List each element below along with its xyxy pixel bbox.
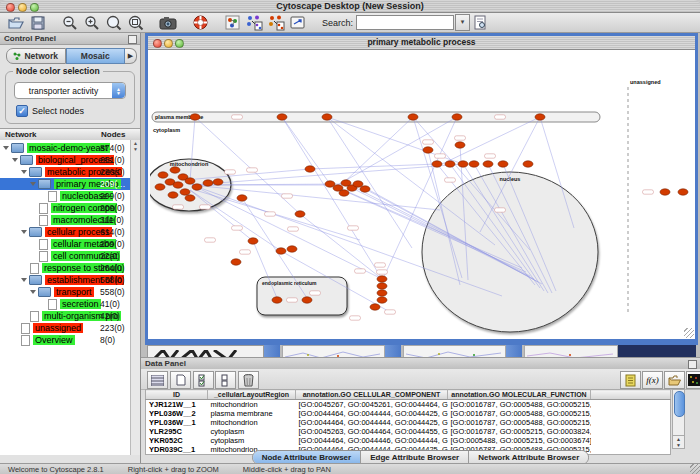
new-attribute-icon[interactable]	[170, 371, 191, 389]
tree-row[interactable]: macromolecule311(0)	[0, 214, 132, 226]
attribute-table-icon[interactable]	[147, 371, 168, 389]
tree-row[interactable]: multi-organism pro42(0)	[0, 310, 132, 322]
table-cell[interactable]	[591, 400, 671, 410]
matrix-view-icon[interactable]	[686, 371, 700, 389]
table-cell[interactable]: mitochondrion	[208, 418, 296, 427]
attribute-table-header-row[interactable]: ID_cellularLayoutRegionannotation.GO CEL…	[146, 390, 671, 400]
background-window-edge[interactable]	[506, 345, 522, 357]
scrollbar-thumb[interactable]	[674, 391, 685, 417]
network-node[interactable]	[168, 192, 178, 198]
snapshot-camera-icon[interactable]	[158, 14, 178, 31]
table-cell[interactable]: mitochondrion	[208, 400, 296, 410]
table-cell[interactable]: YPL036W__2	[146, 409, 208, 418]
node-color-dropdown[interactable]: transporter activity ▲▼	[14, 82, 126, 99]
table-cell[interactable]: YLR295C	[146, 427, 208, 436]
network-node[interactable]	[452, 114, 462, 120]
network-node[interactable]	[360, 186, 370, 192]
column-header[interactable]: annotation.GO MOLECULAR_FUNCTION	[448, 390, 591, 400]
network-node[interactable]	[408, 114, 418, 120]
network-node[interactable]	[432, 161, 442, 167]
network-node[interactable]	[305, 166, 315, 172]
network-node[interactable]	[287, 246, 297, 252]
column-header[interactable]: annotation.GO CELLULAR_COMPONENT	[296, 390, 448, 400]
tree-expand-arrow[interactable]	[30, 290, 36, 294]
tree-expand-arrow[interactable]	[21, 170, 27, 174]
table-vertical-scrollbar[interactable]: ▲▼	[672, 389, 685, 449]
network-node[interactable]	[302, 297, 312, 303]
table-cell[interactable]	[591, 427, 671, 436]
app-titlebar[interactable]: Cytoscape Desktop (New Session)	[0, 0, 700, 13]
unselect-attributes-icon[interactable]	[215, 371, 236, 389]
table-cell[interactable]: [GO:0044464, GO:0044444, GO:0044425, G…	[296, 409, 448, 418]
network-node[interactable]	[535, 114, 545, 120]
network-node[interactable]	[248, 238, 258, 244]
tree-expand-arrow[interactable]	[21, 230, 27, 234]
table-row[interactable]: YLR295Ccytoplasm[GO:0045263, GO:0044464,…	[146, 427, 671, 436]
table-cell[interactable]: [GO:0044464, GO:0044446, GO:0044444, G…	[296, 436, 448, 445]
network-node[interactable]	[458, 161, 468, 167]
search-input[interactable]	[356, 15, 454, 30]
table-cell[interactable]: [GO:0016787, GO:0005215, GO:0003824, G…	[448, 427, 591, 436]
table-cell[interactable]: cytoplasm	[208, 427, 296, 436]
network-node[interactable]	[185, 178, 195, 184]
network-node[interactable]	[322, 114, 332, 120]
network-node[interactable]	[213, 179, 223, 185]
tree-expand-arrow[interactable]	[12, 158, 18, 162]
table-row[interactable]: YPL036W__1mitochondrion[GO:0044464, GO:0…	[146, 418, 671, 427]
network-node[interactable]	[155, 184, 165, 190]
background-windows-strip[interactable]	[145, 345, 698, 357]
column-header[interactable]	[591, 390, 671, 400]
tab-network[interactable]: Network	[6, 48, 66, 64]
tree-expand-arrow[interactable]	[3, 146, 9, 150]
table-cell[interactable]: [GO:0016787, GO:0005488, GO:0005215, G…	[448, 400, 591, 410]
network-node[interactable]	[277, 114, 287, 120]
network-node[interactable]	[339, 190, 349, 196]
window-resize-grip[interactable]	[690, 464, 700, 474]
tree-row[interactable]: primary metabo209(…	[0, 178, 132, 190]
table-cell[interactable]: [GO:0005488, GO:0005215, GO:0003674]	[448, 436, 591, 445]
tree-row[interactable]: nucleobase-209(0)	[0, 190, 132, 202]
tree-expand-arrow[interactable]	[21, 278, 27, 282]
column-header[interactable]: _cellularLayoutRegion	[208, 390, 296, 400]
select-attributes-icon[interactable]	[193, 371, 214, 389]
background-window-thumbnail[interactable]	[618, 345, 696, 357]
column-header[interactable]: ID	[146, 390, 208, 400]
table-cell[interactable]	[591, 418, 671, 427]
network-node[interactable]	[272, 297, 282, 303]
tree-row[interactable]: mosaic-demo-yeast874(0)	[0, 142, 132, 154]
network-node[interactable]	[170, 167, 180, 173]
network-node[interactable]	[377, 283, 387, 289]
save-session-button[interactable]	[28, 14, 48, 31]
create-network-icon[interactable]	[222, 14, 242, 31]
network-node[interactable]	[180, 189, 190, 195]
network-view-window[interactable]: primary metabolic process plasma membran…	[145, 33, 698, 345]
table-cell[interactable]: YKR052C	[146, 436, 208, 445]
network-node[interactable]	[445, 161, 455, 167]
network-node[interactable]	[377, 276, 387, 282]
tab-overflow-arrow[interactable]: ▶	[125, 48, 137, 64]
table-cell[interactable]: cytoplasm	[208, 436, 296, 445]
table-cell[interactable]: [GO:0044464, GO:0044444, GO:0044425, G…	[296, 418, 448, 427]
zoom-fit-icon[interactable]	[104, 14, 124, 31]
table-cell[interactable]: YJR121W__1	[146, 400, 208, 410]
table-cell[interactable]	[591, 436, 671, 445]
network-node[interactable]	[185, 195, 195, 201]
network-canvas[interactable]: plasma membranecytoplasmmitochondrionnuc…	[148, 50, 695, 339]
tree-row[interactable]: metabolic process280(0)	[0, 166, 132, 178]
attribute-table[interactable]: ID_cellularLayoutRegionannotation.GO CEL…	[145, 389, 671, 455]
canvas-resize-grip[interactable]	[684, 328, 694, 338]
delete-attribute-trash-icon[interactable]	[238, 371, 259, 389]
notes-icon[interactable]	[620, 371, 641, 389]
network-node[interactable]	[523, 161, 533, 167]
network-node[interactable]	[203, 180, 213, 186]
table-row[interactable]: YKR052Ccytoplasm[GO:0044464, GO:0044446,…	[146, 436, 671, 445]
select-nodes-checkbox[interactable]: ✓	[16, 105, 28, 117]
network-node[interactable]	[498, 161, 508, 167]
network-node[interactable]	[190, 114, 200, 120]
network-node[interactable]	[377, 290, 387, 296]
network-node[interactable]	[377, 297, 387, 303]
network-node[interactable]	[660, 189, 670, 195]
network-node[interactable]	[423, 147, 433, 153]
table-cell[interactable]: plasma membrane	[208, 409, 296, 418]
zoom-selected-region-icon[interactable]	[126, 14, 146, 31]
